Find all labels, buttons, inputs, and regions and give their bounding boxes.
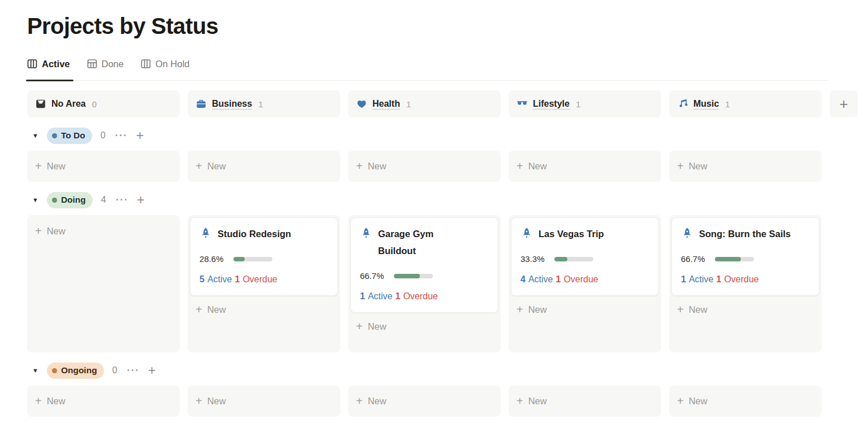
- column-count: 0: [92, 99, 97, 109]
- status-dot: [52, 198, 57, 203]
- new-label: New: [368, 321, 387, 332]
- status-label: Ongoing: [61, 365, 97, 375]
- overdue-label: Overdue: [724, 274, 758, 285]
- group-more-button[interactable]: ···: [115, 130, 128, 142]
- new-card-button[interactable]: +New: [188, 151, 340, 182]
- new-card-button[interactable]: +New: [671, 296, 819, 323]
- column-header-music: Music 1: [669, 90, 822, 117]
- column-label[interactable]: Business: [212, 99, 252, 109]
- progress-bar-fill: [233, 257, 245, 261]
- new-label: New: [689, 304, 708, 315]
- collapse-triangle-icon[interactable]: ▼: [32, 132, 38, 139]
- progress-bar: [233, 257, 272, 261]
- plus-icon: +: [356, 395, 363, 408]
- status-label: To Do: [61, 130, 85, 141]
- view-tabs: Active Done On Hold: [27, 56, 827, 81]
- inbox-icon: [35, 98, 46, 110]
- card-title: Song: Burn the Sails: [699, 225, 791, 242]
- group-header-doing: ▼ Doing 4 ··· +: [27, 191, 868, 209]
- status-pill-todo[interactable]: To Do: [47, 128, 92, 144]
- tab-label: On Hold: [155, 56, 190, 71]
- progress-bar-fill: [554, 257, 567, 261]
- column-header-no-area: No Area 0: [27, 90, 180, 117]
- tab-done[interactable]: Done: [87, 56, 124, 80]
- new-label: New: [207, 161, 226, 172]
- plus-icon: +: [677, 160, 684, 173]
- project-card-song-burn-the-sails[interactable]: Song: Burn the Sails 66.7% 1 Active 1 Ov…: [671, 217, 819, 296]
- new-card-button[interactable]: +New: [29, 217, 177, 244]
- overdue-label: Overdue: [563, 274, 598, 285]
- rocket-icon: [360, 227, 372, 239]
- overdue-count: 1: [395, 291, 400, 302]
- plus-icon: +: [356, 320, 363, 333]
- tab-on-hold[interactable]: On Hold: [141, 56, 190, 80]
- active-label: Active: [368, 291, 393, 302]
- column-label[interactable]: Music: [693, 99, 719, 109]
- card-title: Garage Gym Buildout: [378, 225, 452, 259]
- progress: 33.3%: [520, 254, 649, 264]
- new-label: New: [368, 161, 387, 172]
- new-card-button[interactable]: +New: [350, 313, 498, 340]
- rocket-icon: [199, 227, 212, 239]
- new-label: New: [207, 396, 226, 407]
- task-stats: 4 Active 1 Overdue: [520, 274, 649, 295]
- collapse-triangle-icon[interactable]: ▼: [32, 196, 38, 203]
- new-card-button[interactable]: +New: [509, 386, 661, 417]
- new-card-button[interactable]: +New: [188, 386, 340, 417]
- project-card-garage-gym-buildout[interactable]: Garage Gym Buildout 66.7% 1 Active 1 Ove…: [350, 217, 498, 313]
- new-card-button[interactable]: +New: [27, 386, 180, 417]
- column-label[interactable]: Lifestyle: [533, 99, 570, 109]
- new-card-button[interactable]: +New: [669, 386, 822, 417]
- add-column-button[interactable]: +: [830, 90, 858, 117]
- group-more-button[interactable]: ···: [127, 365, 140, 377]
- group-add-button[interactable]: +: [148, 363, 155, 378]
- group-header-todo: ▼ To Do 0 ··· +: [27, 126, 868, 145]
- active-label: Active: [689, 274, 714, 285]
- page-title: Projects by Status: [27, 12, 868, 40]
- collapse-triangle-icon[interactable]: ▼: [32, 367, 38, 374]
- projects-board-page: Projects by Status Active Done On Hold: [0, 12, 868, 417]
- new-label: New: [528, 396, 547, 407]
- briefcase-icon: [196, 98, 207, 110]
- plus-icon: +: [35, 395, 42, 408]
- group-count: 0: [101, 130, 106, 141]
- progress-percent: 33.3%: [520, 254, 546, 264]
- task-stats: 5 Active 1 Overdue: [199, 274, 328, 295]
- group-count: 0: [112, 365, 118, 375]
- new-card-button[interactable]: +New: [190, 296, 338, 323]
- column-label[interactable]: No Area: [51, 99, 86, 109]
- active-count: 1: [360, 291, 365, 302]
- group-header-ongoing: ▼ Ongoing 0 ··· +: [27, 361, 868, 379]
- table-view-icon: [87, 59, 97, 69]
- tab-active[interactable]: Active: [27, 56, 70, 80]
- progress-percent: 66.7%: [360, 271, 386, 281]
- overdue-label: Overdue: [242, 274, 277, 285]
- column-count: 1: [725, 99, 730, 109]
- new-label: New: [689, 161, 708, 172]
- progress: 28.6%: [199, 254, 328, 264]
- status-pill-ongoing[interactable]: Ongoing: [47, 363, 104, 379]
- plus-icon: +: [677, 303, 684, 316]
- project-card-las-vegas-trip[interactable]: Las Vegas Trip 33.3% 4 Active 1 Overdue: [511, 217, 659, 296]
- group-add-button[interactable]: +: [137, 193, 144, 208]
- status-dot: [52, 133, 57, 138]
- new-card-button[interactable]: +New: [669, 151, 822, 182]
- progress-bar-fill: [394, 274, 420, 278]
- progress-percent: 66.7%: [681, 254, 707, 264]
- status-dot: [52, 368, 57, 373]
- plus-icon: +: [517, 160, 523, 173]
- group-add-button[interactable]: +: [136, 128, 144, 143]
- new-card-button[interactable]: +New: [348, 386, 501, 417]
- group-row-doing: +New Studio Redesign 28.6% 5: [27, 215, 868, 352]
- progress-bar: [394, 274, 433, 278]
- new-card-button[interactable]: +New: [509, 151, 661, 182]
- column-header-health: Health 1: [348, 90, 501, 117]
- new-card-button[interactable]: +New: [511, 296, 659, 323]
- column-label[interactable]: Health: [372, 99, 400, 109]
- status-pill-doing[interactable]: Doing: [47, 192, 93, 208]
- new-card-button[interactable]: +New: [348, 151, 501, 182]
- plus-icon: +: [35, 160, 42, 173]
- project-card-studio-redesign[interactable]: Studio Redesign 28.6% 5 Active 1 Overdue: [190, 217, 338, 296]
- group-more-button[interactable]: ···: [116, 194, 128, 206]
- new-card-button[interactable]: +New: [27, 151, 180, 182]
